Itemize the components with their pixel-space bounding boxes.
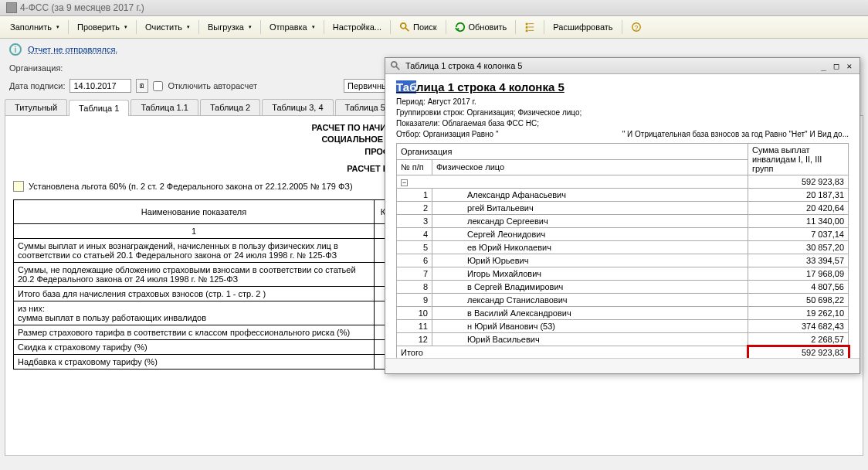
pth-np: № п/п — [397, 159, 432, 175]
popup-table: Организация Сумма выплат инвалидам I, II… — [385, 143, 860, 358]
svg-line-1 — [405, 28, 409, 31]
svg-rect-4 — [526, 30, 528, 32]
minimize-icon[interactable]: _ — [818, 61, 829, 71]
popup-total-row: Итого 592 923,83 — [397, 346, 849, 359]
lgota-checkbox[interactable] — [13, 181, 24, 192]
popup-titlebar[interactable]: Таблица 1 строка 4 колонка 5 _ □ ✕ — [385, 58, 860, 74]
svg-point-10 — [392, 62, 397, 67]
app-icon — [6, 2, 17, 13]
date-input[interactable] — [70, 79, 131, 93]
popup-person-row[interactable]: 7Игорь Михайлович17 968,09 — [397, 267, 849, 281]
th-name: Наименование показателя — [14, 200, 375, 224]
svg-rect-3 — [526, 26, 528, 29]
popup-person-row[interactable]: 1Александр Афанасьевич20 187,31 — [397, 189, 849, 202]
svg-line-11 — [396, 66, 399, 70]
auto-label: Отключить авторасчет — [168, 81, 257, 90]
popup-statusbar — [385, 358, 860, 373]
search-button[interactable]: Поиск — [394, 19, 442, 36]
svg-point-0 — [401, 23, 406, 29]
popup-indicators: Показатели: Облагаемая база ФСС НС; — [396, 118, 849, 129]
popup-header: Таблица 1 строка 4 колонка 5 Период: Авг… — [385, 74, 860, 143]
org-label: Организация: — [9, 63, 63, 73]
popup-period: Период: Август 2017 г. — [396, 97, 849, 107]
tab-tablica-2[interactable]: Таблица 2 — [200, 99, 260, 115]
popup-filter-right: " И Отрицательная база взносов за год Ра… — [622, 129, 849, 140]
popup-person-row[interactable]: 10в Василий Александрович19 262,10 — [397, 307, 849, 320]
popup-filter-left: Отбор: Организация Равно " — [396, 129, 498, 140]
th-n1: 1 — [14, 224, 375, 239]
clear-button[interactable]: Очистить — [140, 19, 195, 35]
pth-org: Организация — [397, 144, 748, 160]
help-button[interactable]: ? — [626, 19, 647, 36]
close-icon[interactable]: ✕ — [843, 61, 855, 71]
status-text: Отчет не отправлялся. — [28, 45, 117, 54]
popup-title-text: Таблица 1 строка 4 колонка 5 — [405, 61, 522, 70]
send-button[interactable]: Отправка — [264, 19, 320, 35]
auto-checkbox[interactable] — [153, 81, 163, 91]
lgota-label: Установлена льгота 60% (п. 2 ст. 2 Федер… — [29, 182, 353, 191]
popup-person-row[interactable]: 5ев Юрий Николаевич30 857,20 — [397, 241, 849, 254]
popup-group-row[interactable]: − 592 923,83 — [397, 175, 849, 189]
popup-person-row[interactable]: 12Юрий Васильевич2 268,57 — [397, 333, 849, 346]
upload-button[interactable]: Выгрузка — [202, 19, 257, 35]
svg-text:?: ? — [634, 24, 638, 32]
popup-person-row[interactable]: 9лександр Станиславович50 698,22 — [397, 294, 849, 307]
date-label: Дата подписи: — [9, 81, 65, 90]
popup-heading: Таблица 1 строка 4 колонка 5 — [396, 80, 849, 94]
popup-window: Таблица 1 строка 4 колонка 5 _ □ ✕ Табли… — [385, 57, 860, 374]
fill-button[interactable]: Заполнить — [5, 19, 65, 35]
popup-group: Группировки строк: Организация; Физическ… — [396, 107, 849, 118]
window-title-bar: 4-ФСС (за 9 месяцев 2017 г.) — [0, 0, 868, 16]
tree-button[interactable] — [519, 19, 541, 36]
info-icon: i — [9, 43, 22, 56]
maximize-icon[interactable]: □ — [831, 61, 843, 71]
svg-rect-2 — [526, 23, 528, 26]
popup-person-row[interactable]: 8в Сергей Владимирович4 807,56 — [397, 281, 849, 294]
tab-titulnyy[interactable]: Титульный — [5, 99, 67, 115]
collapse-icon[interactable]: − — [401, 179, 408, 186]
toolbar: Заполнить Проверить Очистить Выгрузка От… — [0, 16, 868, 39]
pth-fiz: Физическое лицо — [432, 159, 748, 175]
decrypt-button[interactable]: Расшифровать — [548, 19, 618, 35]
popup-person-row[interactable]: 2ргей Витальевич20 420,64 — [397, 202, 849, 215]
popup-person-row[interactable]: 11н Юрий Иванович (53)374 682,43 — [397, 320, 849, 333]
settings-button[interactable]: Настройка... — [327, 19, 387, 35]
window-title: 4-ФСС (за 9 месяцев 2017 г.) — [20, 2, 144, 13]
check-button[interactable]: Проверить — [72, 19, 133, 35]
popup-person-row[interactable]: 4Сергей Леонидович7 037,14 — [397, 228, 849, 241]
popup-person-row[interactable]: 3лександр Сергеевич11 340,00 — [397, 215, 849, 228]
tab-tablica-3-4[interactable]: Таблицы 3, 4 — [262, 99, 333, 115]
magnifier-icon — [390, 60, 401, 71]
refresh-button[interactable]: Обновить — [449, 19, 513, 36]
date-picker-button[interactable]: 🗓 — [136, 79, 148, 93]
tab-tablica-1-1[interactable]: Таблица 1.1 — [131, 99, 198, 115]
popup-total-value: 592 923,83 — [748, 346, 849, 359]
pth-sum: Сумма выплат инвалидам I, II, III групп — [748, 144, 849, 175]
tab-tablica-1[interactable]: Таблица 1 — [69, 100, 129, 116]
popup-person-row[interactable]: 6Юрий Юрьевич33 394,57 — [397, 254, 849, 267]
